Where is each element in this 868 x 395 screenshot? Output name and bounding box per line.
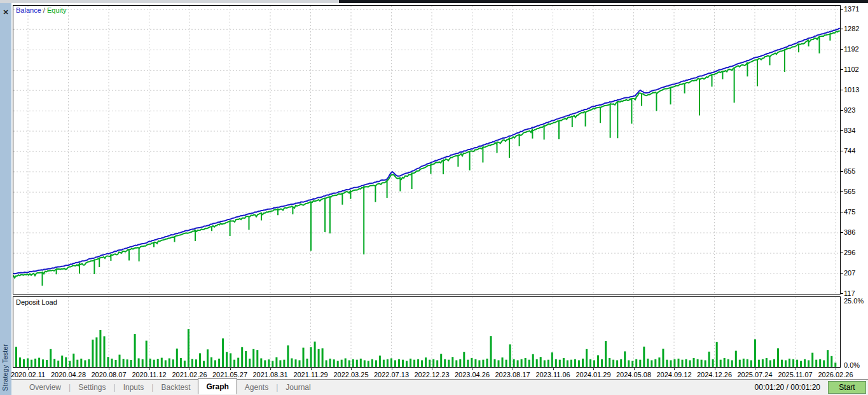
x-axis-tick xyxy=(149,368,150,370)
y-tick-label: 834 xyxy=(844,127,868,134)
x-tick-label: 2024.05.08 xyxy=(616,371,651,378)
legend-equity-label: Equity xyxy=(47,6,67,14)
x-tick-label: 2022.07.13 xyxy=(374,371,409,378)
y-tick-label: 117 xyxy=(844,289,868,297)
close-icon[interactable]: ✕ xyxy=(0,8,11,17)
tab-inputs[interactable]: Inputs xyxy=(116,380,152,394)
x-tick-label: 2024.01.29 xyxy=(575,371,610,378)
elapsed-time: 00:01:20 / 00:01:20 xyxy=(755,383,820,392)
y-axis-tick xyxy=(841,110,843,111)
deposit-max-label: 25.0% xyxy=(844,297,864,305)
x-axis-tick xyxy=(432,368,432,370)
y-tick-label: 1013 xyxy=(844,86,868,94)
x-tick-label: 2022.03.25 xyxy=(333,371,368,378)
x-tick-label: 2026.02.26 xyxy=(818,371,853,378)
x-tick-label: 2020.02.11 xyxy=(11,371,45,378)
y-axis-tick xyxy=(841,151,843,151)
x-tick-label: 2022.12.23 xyxy=(414,371,449,378)
deposit-load-panel: Deposit Load xyxy=(13,296,841,368)
x-axis-tick xyxy=(674,368,675,370)
x-tick-label: 2021.05.27 xyxy=(212,371,247,378)
y-tick-label: 386 xyxy=(844,228,868,236)
x-tick-label: 2024.09.12 xyxy=(656,371,691,378)
tab-journal[interactable]: Journal xyxy=(278,380,318,394)
y-tick-label: 207 xyxy=(844,269,868,277)
x-tick-label: 2023.04.26 xyxy=(455,371,490,378)
x-axis-tick xyxy=(715,368,715,370)
x-axis-tick xyxy=(311,368,312,370)
sidebar-title: Strategy Tester xyxy=(1,344,9,391)
y-axis-tick xyxy=(841,90,843,90)
chart-legend: Balance / Equity xyxy=(16,6,67,14)
x-tick-label: 2023.08.17 xyxy=(495,371,530,378)
deposit-load-chart xyxy=(13,297,840,367)
y-tick-label: 296 xyxy=(844,249,868,256)
x-tick-label: 2024.12.26 xyxy=(697,371,732,378)
x-axis-tick xyxy=(69,368,69,370)
x-tick-label: 2021.08.31 xyxy=(252,371,287,378)
y-axis-tick xyxy=(841,232,843,233)
x-axis-tick xyxy=(109,368,109,370)
x-axis-tick xyxy=(553,368,554,370)
y-axis-tick xyxy=(841,29,843,29)
x-axis-tick xyxy=(796,368,796,370)
x-tick-label: 2020.04.28 xyxy=(51,371,86,378)
y-tick-label: 475 xyxy=(844,208,868,216)
x-tick-label: 2025.07.24 xyxy=(737,371,772,378)
x-axis-tick xyxy=(28,368,29,370)
x-axis-tick xyxy=(351,368,352,370)
x-axis-tick xyxy=(593,368,594,370)
deposit-min-label: 0.0% xyxy=(844,361,860,369)
y-axis-tick xyxy=(841,130,843,131)
x-axis-tick xyxy=(513,368,513,370)
tester-status-area: 00:01:20 / 00:01:20 Start xyxy=(755,381,868,394)
y-tick-label: 923 xyxy=(844,106,868,114)
balance-equity-chart-panel: Balance / Equity xyxy=(13,5,841,295)
tester-tab-bar: Overview | Settings | Inputs | Backtest … xyxy=(11,379,868,395)
tab-graph[interactable]: Graph xyxy=(198,378,237,394)
y-tick-label: 1102 xyxy=(844,66,868,73)
legend-balance-label: Balance xyxy=(16,6,41,14)
x-tick-label: 2025.11.07 xyxy=(778,371,812,378)
y-tick-label: 1192 xyxy=(844,45,868,53)
x-tick-label: 2021.11.29 xyxy=(293,371,327,378)
x-axis-tick xyxy=(836,368,836,370)
y-tick-label: 744 xyxy=(844,147,868,155)
y-axis-tick xyxy=(841,9,843,10)
deposit-load-title: Deposit Load xyxy=(16,298,57,306)
legend-separator: / xyxy=(41,6,47,14)
balance-equity-chart xyxy=(13,6,840,294)
y-axis-tick xyxy=(841,293,843,294)
x-axis-tick xyxy=(472,368,473,370)
x-tick-label: 2021.02.26 xyxy=(172,371,207,378)
x-tick-label: 2020.11.12 xyxy=(132,371,166,378)
y-axis-tick xyxy=(841,253,843,253)
strategy-tester-sidebar: ✕ Strategy Tester xyxy=(0,3,11,395)
x-axis-tick xyxy=(230,368,231,370)
tab-agents[interactable]: Agents xyxy=(237,380,276,394)
tab-settings[interactable]: Settings xyxy=(71,380,113,394)
x-tick-label: 2023.11.06 xyxy=(535,371,570,378)
start-button[interactable]: Start xyxy=(828,381,866,394)
x-axis-tick xyxy=(755,368,755,370)
y-tick-label: 565 xyxy=(844,188,868,195)
y-tick-label: 655 xyxy=(844,167,868,175)
x-tick-label: 2020.08.07 xyxy=(91,371,126,378)
tab-backtest[interactable]: Backtest xyxy=(153,380,198,394)
x-axis-tick xyxy=(270,368,271,370)
y-axis-tick xyxy=(841,49,843,50)
x-axis-tick xyxy=(189,368,190,370)
tab-overview[interactable]: Overview xyxy=(22,380,69,394)
y-axis-tick xyxy=(841,273,843,274)
y-axis-tick xyxy=(841,212,843,212)
y-axis-tick xyxy=(841,171,843,172)
x-axis-tick xyxy=(634,368,635,370)
strategy-tester-main: Balance / Equity 13711282119211021013923… xyxy=(11,3,868,395)
y-axis-tick xyxy=(841,69,843,70)
x-axis-tick xyxy=(392,368,392,370)
y-tick-label: 1371 xyxy=(844,5,868,13)
y-axis-tick xyxy=(841,191,843,192)
y-tick-label: 1282 xyxy=(844,25,868,32)
x-axis-labels: 2020.02.112020.04.282020.08.072020.11.12… xyxy=(13,369,852,379)
